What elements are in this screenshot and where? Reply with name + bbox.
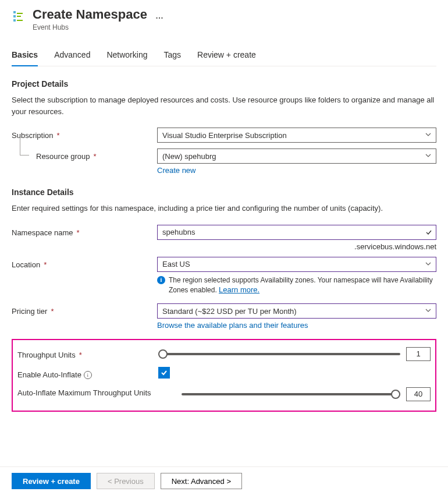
page-subtitle: Event Hubs: [33, 23, 163, 31]
section-project-desc: Select the subscription to manage deploy…: [12, 94, 436, 117]
section-instance-desc: Enter required settings for this namespa…: [12, 203, 436, 214]
svg-rect-1: [17, 13, 23, 14]
subscription-label: Subscription*: [12, 128, 157, 140]
section-project-title: Project Details: [12, 79, 436, 89]
chevron-down-icon: [424, 151, 432, 160]
namespace-name-label: Namespace name*: [12, 225, 157, 237]
chevron-down-icon: [424, 260, 432, 268]
chevron-down-icon: [424, 306, 432, 314]
tab-tags[interactable]: Tags: [163, 50, 181, 66]
throughput-highlight: Throughput Units* 1 Enable Auto-Inflate …: [12, 339, 436, 412]
event-hubs-icon: [12, 9, 26, 23]
tabs: Basics Advanced Networking Tags Review +…: [12, 50, 436, 66]
info-icon[interactable]: i: [84, 371, 92, 379]
svg-rect-3: [17, 16, 21, 17]
create-new-rg-link[interactable]: Create new: [157, 166, 436, 175]
location-label: Location*: [12, 257, 157, 269]
page-title: Create Namespace …: [33, 7, 163, 22]
chevron-down-icon: [424, 130, 432, 139]
auto-inflate-label: Enable Auto-Inflate i: [17, 367, 158, 379]
svg-rect-2: [13, 15, 16, 17]
more-menu[interactable]: …: [155, 11, 163, 20]
tab-review-create[interactable]: Review + create: [197, 50, 256, 66]
tab-advanced[interactable]: Advanced: [54, 50, 90, 66]
learn-more-link[interactable]: Learn more.: [219, 285, 259, 294]
browse-plans-link[interactable]: Browse the available plans and their fea…: [157, 321, 436, 330]
namespace-suffix: .servicebus.windows.net: [157, 242, 436, 251]
page-header: Create Namespace … Event Hubs: [12, 7, 436, 31]
location-info: i The region selected supports Availabil…: [157, 275, 436, 296]
tab-networking[interactable]: Networking: [106, 50, 147, 66]
throughput-units-slider[interactable]: [158, 348, 400, 360]
max-throughput-label: Auto-Inflate Maximum Throughput Units: [17, 387, 182, 397]
tab-basics[interactable]: Basics: [12, 50, 38, 66]
location-select[interactable]: East US: [157, 257, 436, 272]
pricing-tier-select[interactable]: Standard (~$22 USD per TU per Month): [157, 303, 436, 319]
svg-rect-4: [13, 19, 16, 22]
pricing-tier-label: Pricing tier*: [12, 303, 157, 316]
max-throughput-value[interactable]: 40: [406, 387, 431, 401]
throughput-units-label: Throughput Units*: [17, 347, 158, 359]
max-throughput-slider[interactable]: [182, 388, 400, 400]
resource-group-label: Resource group*: [12, 148, 157, 161]
namespace-name-input[interactable]: [157, 225, 436, 240]
svg-rect-5: [17, 20, 23, 21]
subscription-select[interactable]: Visual Studio Enterprise Subscription: [157, 128, 436, 143]
section-instance-title: Instance Details: [12, 188, 436, 197]
svg-rect-0: [13, 11, 16, 13]
resource-group-select[interactable]: (New) spehubrg: [157, 148, 436, 164]
check-icon: [425, 228, 433, 236]
auto-inflate-checkbox[interactable]: [158, 367, 170, 379]
info-icon: i: [157, 276, 165, 284]
throughput-units-value[interactable]: 1: [406, 347, 431, 361]
